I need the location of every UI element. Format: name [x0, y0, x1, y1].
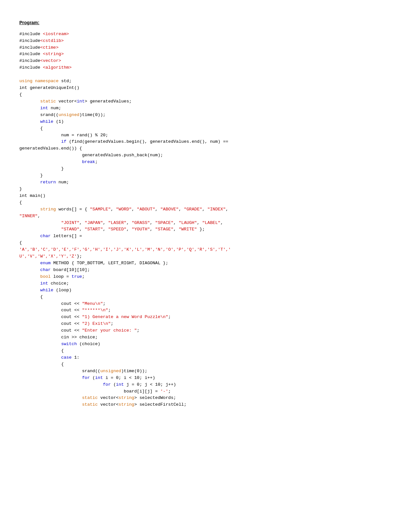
code-block: #include <iostream> #include<cstdlib> #i… [19, 31, 392, 409]
program-label: Program: [19, 19, 392, 26]
